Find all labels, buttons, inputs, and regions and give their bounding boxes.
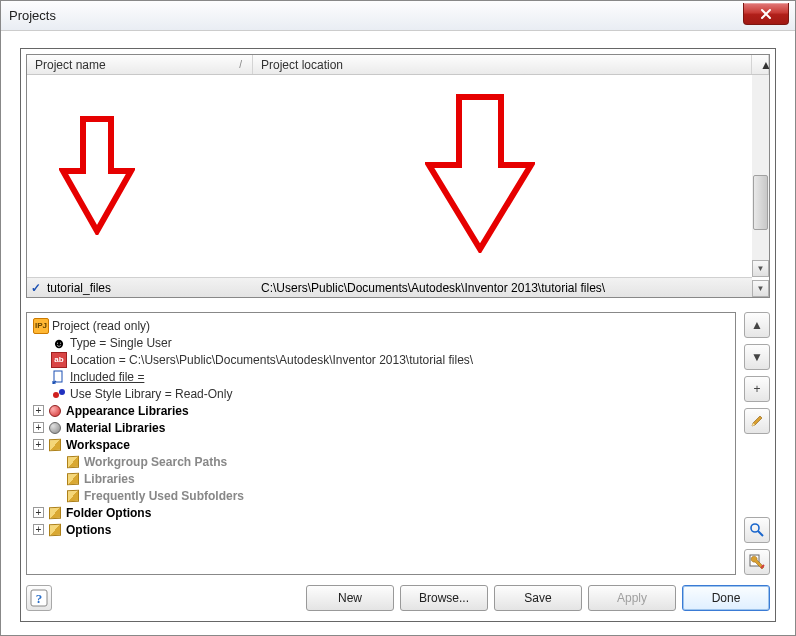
add-button[interactable]: +	[744, 376, 770, 402]
tree-workspace-label: Workspace	[66, 438, 130, 452]
project-list-panel: Project name / Project location ▲ ▼ ✓ tu…	[26, 54, 770, 298]
expander-icon[interactable]: +	[33, 405, 44, 416]
configure-button[interactable]	[744, 549, 770, 575]
active-project-check-icon: ✓	[27, 281, 45, 295]
button-row: ? New Browse... Save Apply Done	[26, 583, 770, 613]
details-area: IPJ Project (read only) ☻ Type = Single …	[26, 312, 770, 575]
folder-icon	[67, 489, 79, 501]
list-header: Project name / Project location ▲	[27, 55, 769, 75]
column-project-location-label: Project location	[261, 58, 343, 72]
title-bar: Projects	[1, 1, 795, 31]
side-toolbar: ▲ ▼ +	[736, 312, 770, 575]
dialog-content: Project name / Project location ▲ ▼ ✓ tu…	[20, 48, 776, 622]
expander-icon[interactable]: +	[33, 507, 44, 518]
project-list-body[interactable]	[27, 75, 769, 277]
scroll-down-button[interactable]: ▼	[752, 260, 769, 277]
style-library-icon	[51, 386, 67, 402]
tree-folder-options-label: Folder Options	[66, 506, 151, 520]
annotation-arrow-left	[59, 115, 135, 235]
tree-workgroup-paths[interactable]: Workgroup Search Paths	[33, 453, 729, 470]
close-icon	[760, 8, 772, 20]
included-file-icon	[51, 369, 67, 385]
scroll-header-up[interactable]: ▲	[752, 55, 769, 74]
new-button[interactable]: New	[306, 585, 394, 611]
tree-appearance-libraries[interactable]: + Appearance Libraries	[33, 402, 729, 419]
plus-icon: +	[753, 382, 760, 396]
expander-icon[interactable]: +	[33, 524, 44, 535]
user-icon: ☻	[51, 335, 67, 351]
project-row-location: C:\Users\Public\Documents\Autodesk\Inven…	[253, 281, 752, 295]
apply-button-label: Apply	[617, 591, 647, 605]
down-icon: ▼	[751, 350, 763, 364]
tree-type[interactable]: ☻ Type = Single User	[33, 334, 729, 351]
tree-included-file[interactable]: Included file =	[33, 368, 729, 385]
tree-options[interactable]: + Options	[33, 521, 729, 538]
tree-libraries-label: Libraries	[84, 472, 135, 486]
pencil-icon	[750, 414, 764, 428]
svg-point-1	[751, 524, 759, 532]
sort-indicator: /	[239, 59, 242, 70]
material-icon	[49, 422, 61, 434]
save-button[interactable]: Save	[494, 585, 582, 611]
scroll-thumb[interactable]	[753, 175, 768, 230]
tree-frequent-subfolders[interactable]: Frequently Used Subfolders	[33, 487, 729, 504]
scrollbar-vertical[interactable]	[752, 75, 769, 277]
window-title: Projects	[9, 8, 56, 23]
svg-rect-0	[54, 371, 62, 382]
new-button-label: New	[338, 591, 362, 605]
tree-style-library[interactable]: Use Style Library = Read-Only	[33, 385, 729, 402]
move-down-button[interactable]: ▼	[744, 344, 770, 370]
location-icon: ab	[51, 352, 67, 368]
done-button-label: Done	[712, 591, 741, 605]
tree-location-label: Location = C:\Users\Public\Documents\Aut…	[70, 353, 473, 367]
folder-icon	[49, 506, 61, 518]
svg-text:?: ?	[36, 591, 43, 606]
folder-icon	[67, 472, 79, 484]
tree-location[interactable]: ab Location = C:\Users\Public\Documents\…	[33, 351, 729, 368]
magnify-icon	[749, 522, 765, 538]
save-button-label: Save	[524, 591, 551, 605]
dropdown-button[interactable]: ▼	[752, 280, 769, 297]
help-icon: ?	[30, 589, 48, 607]
edit-button[interactable]	[744, 408, 770, 434]
appearance-icon	[49, 405, 61, 417]
help-button[interactable]: ?	[26, 585, 52, 611]
tree-folder-options[interactable]: + Folder Options	[33, 504, 729, 521]
project-row-name: tutorial_files	[45, 281, 253, 295]
tree-libraries[interactable]: Libraries	[33, 470, 729, 487]
project-row-selected[interactable]: ✓ tutorial_files C:\Users\Public\Documen…	[27, 277, 752, 297]
column-project-location[interactable]: Project location	[253, 55, 752, 74]
tree-material-label: Material Libraries	[66, 421, 165, 435]
tree-options-label: Options	[66, 523, 111, 537]
expander-icon[interactable]: +	[33, 439, 44, 450]
options-icon	[49, 523, 61, 535]
project-icon: IPJ	[33, 318, 49, 334]
annotation-arrow-right	[425, 93, 535, 253]
tree-included-file-label: Included file =	[70, 370, 144, 384]
tree-frequent-label: Frequently Used Subfolders	[84, 489, 244, 503]
browse-button-label: Browse...	[419, 591, 469, 605]
done-button[interactable]: Done	[682, 585, 770, 611]
tree-style-library-label: Use Style Library = Read-Only	[70, 387, 232, 401]
tree-workspace[interactable]: + Workspace	[33, 436, 729, 453]
column-project-name[interactable]: Project name /	[27, 55, 253, 74]
tree-type-label: Type = Single User	[70, 336, 172, 350]
workspace-icon	[49, 438, 61, 450]
find-button[interactable]	[744, 517, 770, 543]
up-icon: ▲	[751, 318, 763, 332]
close-button[interactable]	[743, 3, 789, 25]
tree-root-label: Project (read only)	[52, 319, 150, 333]
tree-workgroup-label: Workgroup Search Paths	[84, 455, 227, 469]
project-tree[interactable]: IPJ Project (read only) ☻ Type = Single …	[26, 312, 736, 575]
svg-line-2	[758, 531, 763, 536]
tree-root[interactable]: IPJ Project (read only)	[33, 317, 729, 334]
expander-icon[interactable]: +	[33, 422, 44, 433]
tree-material-libraries[interactable]: + Material Libraries	[33, 419, 729, 436]
move-up-button[interactable]: ▲	[744, 312, 770, 338]
apply-button: Apply	[588, 585, 676, 611]
wrench-icon	[749, 554, 765, 570]
tree-appearance-label: Appearance Libraries	[66, 404, 189, 418]
column-project-name-label: Project name	[35, 58, 106, 72]
folder-icon	[67, 455, 79, 467]
browse-button[interactable]: Browse...	[400, 585, 488, 611]
